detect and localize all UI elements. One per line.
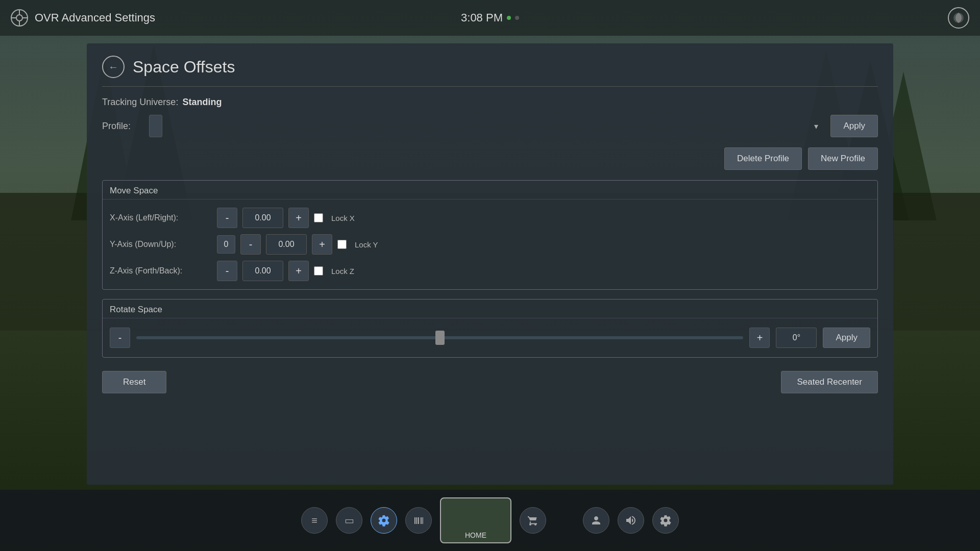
profile-label: Profile: <box>102 121 143 132</box>
top-bar: OVR Advanced Settings 3:08 PM <box>0 0 980 36</box>
x-lock-label: Lock X <box>331 214 355 222</box>
z-value: 0.00 <box>242 261 283 281</box>
z-plus-button[interactable]: + <box>288 261 309 281</box>
x-axis-label: X-Axis (Left/Right): <box>110 213 212 222</box>
apply-button[interactable]: Apply <box>830 115 878 137</box>
y-axis-label: Y-Axis (Down/Up): <box>110 240 212 249</box>
x-value: 0.00 <box>242 208 283 228</box>
taskbar-volume-icon[interactable] <box>618 507 644 534</box>
y-lock-label: Lock Y <box>355 240 378 249</box>
bottom-actions: Reset Seated Recenter <box>102 371 878 393</box>
x-lock-checkbox[interactable] <box>314 213 323 222</box>
rotate-space-content: - + 0° Apply <box>103 318 877 357</box>
svg-point-8 <box>16 15 22 21</box>
z-lock-label: Lock Z <box>331 267 354 276</box>
profile-row: Profile: Apply <box>102 115 878 137</box>
rotate-plus-button[interactable]: + <box>749 328 770 348</box>
z-lock-checkbox[interactable] <box>314 266 323 276</box>
x-axis-row: X-Axis (Left/Right): - 0.00 + Lock X <box>110 205 870 231</box>
z-minus-button[interactable]: - <box>217 261 237 281</box>
back-button[interactable]: ← <box>102 56 125 78</box>
status-dot <box>507 16 511 20</box>
taskbar-config-icon[interactable] <box>652 507 679 534</box>
rotate-space-title: Rotate Space <box>103 299 877 318</box>
taskbar-user-icon[interactable] <box>583 507 609 534</box>
profile-select-wrapper <box>149 115 824 137</box>
taskbar-menu-icon[interactable]: ≡ <box>301 507 328 534</box>
y-reset-button[interactable]: 0 <box>217 235 235 254</box>
move-space-title: Move Space <box>103 181 877 199</box>
page-title: Space Offsets <box>133 58 235 77</box>
tracking-universe-row: Tracking Universe: Standing <box>102 97 878 108</box>
rotate-value: 0° <box>776 328 817 348</box>
rotate-slider-wrapper <box>136 328 743 348</box>
x-plus-button[interactable]: + <box>288 208 309 228</box>
taskbar-library-icon[interactable] <box>405 507 432 534</box>
z-axis-label: Z-Axis (Forth/Back): <box>110 266 212 276</box>
taskbar-store-icon[interactable] <box>520 507 546 534</box>
taskbar: ≡ ▭ HOME <box>0 490 980 551</box>
steam-icon <box>947 7 970 29</box>
app-icon <box>10 9 29 27</box>
status-dot-2 <box>515 16 519 20</box>
seated-recenter-button[interactable]: Seated Recenter <box>781 371 878 393</box>
panel-header: ← Space Offsets <box>102 56 878 87</box>
rotate-apply-button[interactable]: Apply <box>823 328 870 348</box>
new-profile-button[interactable]: New Profile <box>808 147 878 170</box>
rotate-minus-button[interactable]: - <box>110 328 130 348</box>
z-axis-row: Z-Axis (Forth/Back): - 0.00 + Lock Z <box>110 258 870 284</box>
y-plus-button[interactable]: + <box>312 234 332 255</box>
y-lock-checkbox[interactable] <box>337 240 347 249</box>
move-space-section: Move Space X-Axis (Left/Right): - 0.00 +… <box>102 180 878 290</box>
taskbar-right <box>583 507 679 534</box>
taskbar-home[interactable]: HOME <box>440 497 511 543</box>
rotate-slider[interactable] <box>136 336 743 339</box>
taskbar-home-label: HOME <box>465 531 486 539</box>
clock: 3:08 PM <box>461 11 519 24</box>
main-panel: ← Space Offsets Tracking Universe: Stand… <box>87 43 893 485</box>
rotate-space-section: Rotate Space - + 0° Apply <box>102 299 878 358</box>
tracking-value: Standing <box>182 97 222 108</box>
y-value: 0.00 <box>266 234 307 255</box>
profile-select[interactable] <box>149 115 162 137</box>
taskbar-left: ≡ ▭ <box>301 507 432 534</box>
delete-profile-button[interactable]: Delete Profile <box>724 147 802 170</box>
tracking-label: Tracking Universe: <box>102 97 178 108</box>
reset-button[interactable]: Reset <box>102 371 166 393</box>
y-minus-button[interactable]: - <box>240 234 261 255</box>
rotate-row: - + 0° Apply <box>110 323 870 352</box>
taskbar-settings-icon[interactable] <box>371 507 397 534</box>
y-axis-row: Y-Axis (Down/Up): 0 - 0.00 + Lock Y <box>110 231 870 258</box>
move-space-content: X-Axis (Left/Right): - 0.00 + Lock X Y-A… <box>103 199 877 289</box>
x-minus-button[interactable]: - <box>217 208 237 228</box>
profile-actions: Delete Profile New Profile <box>102 147 878 170</box>
taskbar-window-icon[interactable]: ▭ <box>336 507 362 534</box>
